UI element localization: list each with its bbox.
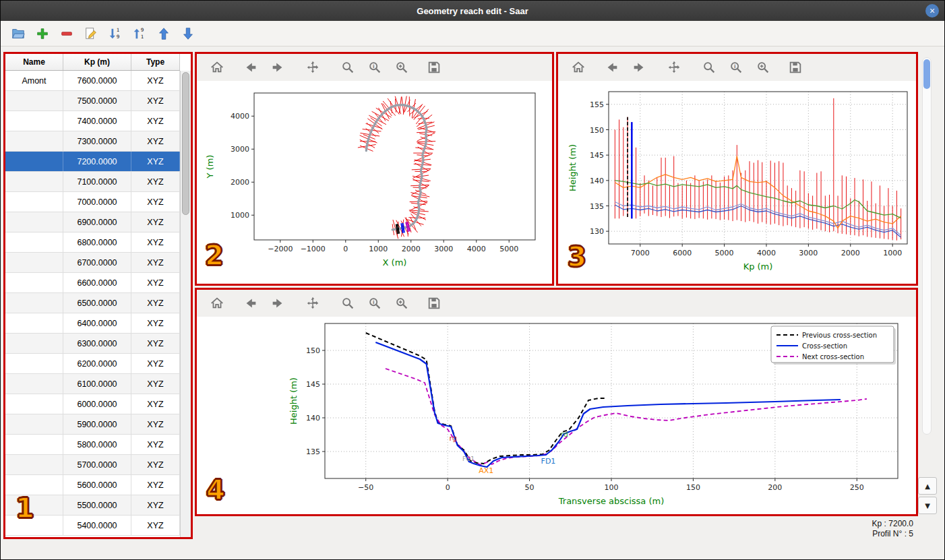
svg-text:4000: 4000 bbox=[231, 112, 249, 121]
home-button[interactable] bbox=[208, 58, 226, 77]
zoom-button[interactable] bbox=[338, 58, 357, 77]
table-row[interactable]: 5800.0000XYZ bbox=[5, 435, 180, 455]
type-cell: XYZ bbox=[131, 495, 180, 515]
edit-parameters-button[interactable] bbox=[754, 58, 772, 77]
forward-button[interactable] bbox=[268, 294, 287, 313]
table-row[interactable]: 6800.0000XYZ bbox=[5, 232, 180, 253]
table-row[interactable]: 6500.0000XYZ bbox=[5, 293, 180, 313]
svg-text:Previous cross-section: Previous cross-section bbox=[802, 332, 877, 339]
name-cell bbox=[5, 111, 63, 131]
home-button[interactable] bbox=[208, 294, 226, 313]
open-file-icon bbox=[11, 26, 26, 41]
svg-text:6000: 6000 bbox=[673, 249, 692, 257]
table-row[interactable]: 5900.0000XYZ bbox=[5, 414, 180, 435]
cross-section-figure[interactable]: rgrdFD1AX1FG1Previous cross-sectionCross… bbox=[197, 317, 916, 514]
close-button[interactable]: × bbox=[925, 4, 939, 18]
table-scrollbar-thumb[interactable] bbox=[182, 72, 189, 215]
table-row[interactable]: 7200.0000XYZ bbox=[5, 152, 180, 172]
svg-text:145: 145 bbox=[306, 380, 320, 389]
svg-text:155: 155 bbox=[590, 100, 604, 109]
forward-button[interactable] bbox=[268, 58, 287, 77]
svg-text:200: 200 bbox=[768, 483, 782, 492]
column-header-kp[interactable]: Kp (m) bbox=[63, 54, 131, 70]
back-button[interactable] bbox=[241, 58, 260, 77]
column-header-type[interactable]: Type bbox=[131, 54, 180, 70]
svg-text:135: 135 bbox=[306, 447, 320, 456]
edit-parameters-button[interactable] bbox=[392, 58, 411, 77]
svg-text:1: 1 bbox=[117, 27, 120, 33]
svg-text:2000: 2000 bbox=[231, 178, 249, 187]
table-body: Amont7600.0000XYZ7500.0000XYZ7400.0000XY… bbox=[5, 71, 180, 537]
home-button[interactable] bbox=[569, 58, 588, 77]
name-cell bbox=[5, 414, 63, 434]
type-cell: XYZ bbox=[131, 71, 180, 90]
down-arrow-icon: ▼ bbox=[925, 502, 930, 509]
table-row[interactable]: 7100.0000XYZ bbox=[5, 172, 180, 192]
window-scrollbar[interactable] bbox=[922, 57, 932, 435]
profile-down-button[interactable]: ▼ bbox=[918, 497, 937, 514]
remove-row-icon bbox=[59, 26, 74, 41]
sort-ascending-button[interactable]: 91 bbox=[130, 24, 149, 43]
forward-button[interactable] bbox=[630, 58, 648, 77]
back-button[interactable] bbox=[603, 58, 621, 77]
move-down-button[interactable] bbox=[179, 24, 197, 43]
configure-subplots-button[interactable]: i bbox=[727, 58, 745, 77]
pan-button[interactable] bbox=[303, 294, 322, 313]
open-file-button[interactable] bbox=[9, 24, 28, 43]
pan-button[interactable] bbox=[665, 58, 683, 77]
add-row-button[interactable] bbox=[33, 24, 52, 43]
table-row[interactable]: 5700.0000XYZ bbox=[5, 455, 180, 475]
svg-text:7000: 7000 bbox=[631, 249, 650, 257]
save-button[interactable] bbox=[786, 58, 805, 77]
table-scrollbar[interactable] bbox=[180, 71, 191, 537]
name-cell bbox=[5, 131, 63, 151]
edit-parameters-button[interactable] bbox=[392, 294, 411, 313]
remove-row-button[interactable] bbox=[57, 24, 76, 43]
svg-text:5000: 5000 bbox=[715, 249, 734, 257]
table-row[interactable]: Amont7600.0000XYZ bbox=[5, 71, 180, 91]
table-row[interactable]: 7000.0000XYZ bbox=[5, 192, 180, 212]
table-row[interactable]: 7500.0000XYZ bbox=[5, 91, 180, 111]
plan-chart[interactable]: −2000−1000010002000300040005000100020003… bbox=[197, 81, 552, 284]
save-button[interactable] bbox=[425, 294, 444, 313]
sort-ascending-icon: 91 bbox=[132, 26, 147, 41]
table-row[interactable]: 6700.0000XYZ bbox=[5, 253, 180, 273]
titlebar[interactable]: Geometry reach edit - Saar × bbox=[1, 1, 944, 21]
table-row[interactable]: 6600.0000XYZ bbox=[5, 273, 180, 293]
kp-cell: 7400.0000 bbox=[63, 111, 131, 131]
table-row[interactable]: 6100.0000XYZ bbox=[5, 374, 180, 394]
table-row[interactable]: 7300.0000XYZ bbox=[5, 131, 180, 152]
name-cell bbox=[5, 91, 63, 111]
type-cell: XYZ bbox=[131, 253, 180, 272]
move-up-button[interactable] bbox=[154, 24, 173, 43]
annotation-1: 1 bbox=[16, 493, 34, 524]
configure-subplots-button[interactable]: i bbox=[365, 294, 384, 313]
table-row[interactable]: 6000.0000XYZ bbox=[5, 394, 180, 414]
svg-text:FG1: FG1 bbox=[462, 456, 475, 462]
configure-subplots-button[interactable]: i bbox=[365, 58, 384, 77]
profile-up-button[interactable]: ▲ bbox=[918, 477, 937, 495]
column-header-name[interactable]: Name bbox=[5, 54, 63, 70]
plan-figure[interactable]: −2000−1000010002000300040005000100020003… bbox=[197, 81, 552, 284]
edit-row-button[interactable] bbox=[82, 24, 100, 43]
zoom-button[interactable] bbox=[700, 58, 719, 77]
name-cell bbox=[5, 172, 63, 191]
window-scrollbar-thumb[interactable] bbox=[923, 59, 930, 89]
save-button[interactable] bbox=[425, 58, 444, 77]
back-button[interactable] bbox=[241, 294, 260, 313]
table-row[interactable]: 6200.0000XYZ bbox=[5, 354, 180, 374]
table-row[interactable]: 6400.0000XYZ bbox=[5, 313, 180, 334]
sort-descending-button[interactable]: 19 bbox=[106, 24, 125, 43]
type-cell: XYZ bbox=[131, 212, 180, 232]
type-cell: XYZ bbox=[131, 131, 180, 151]
zoom-button[interactable] bbox=[338, 294, 357, 313]
pan-button[interactable] bbox=[303, 58, 322, 77]
cross-section-chart[interactable]: rgrdFD1AX1FG1Previous cross-sectionCross… bbox=[197, 317, 916, 514]
table-row[interactable]: 7400.0000XYZ bbox=[5, 111, 180, 131]
profile-chart[interactable]: 7000600050004000300020001000130135140145… bbox=[558, 81, 916, 284]
type-cell: XYZ bbox=[131, 232, 180, 252]
table-row[interactable]: 6900.0000XYZ bbox=[5, 212, 180, 232]
cross-section-plot-toolbar: i bbox=[197, 290, 916, 317]
profile-figure[interactable]: 7000600050004000300020001000130135140145… bbox=[558, 81, 916, 284]
table-row[interactable]: 6300.0000XYZ bbox=[5, 334, 180, 354]
